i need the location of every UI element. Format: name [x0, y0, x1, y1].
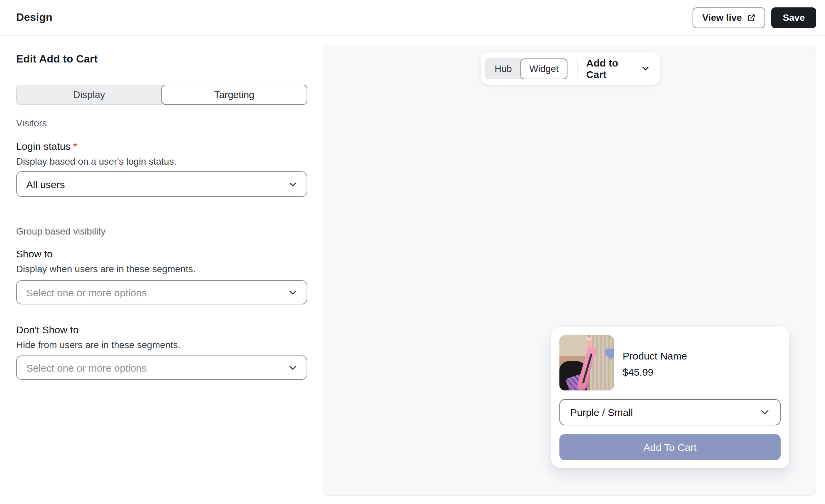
show-to-placeholder: Select one or more options — [26, 287, 147, 298]
chevron-down-icon[interactable] — [641, 65, 650, 73]
chevron-down-icon — [288, 288, 297, 297]
show-to-description: Display when users are in these segments… — [16, 263, 196, 274]
product-image — [559, 335, 614, 390]
preview-toolbar: Hub Widget Add to Cart — [481, 52, 660, 85]
save-label: Save — [783, 12, 805, 23]
visitors-section-label: Visitors — [16, 118, 47, 128]
tab-display[interactable]: Display — [16, 85, 162, 105]
login-status-select[interactable]: All users — [16, 171, 307, 197]
show-to-select[interactable]: Select one or more options — [16, 280, 307, 304]
login-status-label-row: Login status* — [16, 140, 77, 153]
add-to-cart-widget-card: Product Name $45.99 Purple / Small Add T… — [551, 327, 789, 468]
page-title: Design — [16, 11, 52, 24]
product-name: Product Name — [623, 349, 687, 364]
widget-selector-label[interactable]: Add to Cart — [586, 57, 635, 80]
top-bar: Design View live Save — [0, 0, 825, 36]
add-to-cart-button[interactable]: Add To Cart — [559, 434, 781, 460]
dont-show-to-label: Don't Show to — [16, 324, 79, 335]
preview-canvas: Hub Widget Add to Cart Product Name $45.… — [323, 46, 816, 496]
mode-hub-button[interactable]: Hub — [485, 58, 521, 79]
variant-select[interactable]: Purple / Small — [559, 399, 781, 425]
add-to-cart-label: Add To Cart — [643, 442, 697, 453]
dont-show-to-description: Hide from users are in these segments. — [16, 339, 181, 350]
dont-show-to-select[interactable]: Select one or more options — [16, 355, 307, 380]
dont-show-to-placeholder: Select one or more options — [26, 362, 147, 373]
header-actions: View live Save — [693, 7, 816, 28]
login-status-label: Login status — [16, 140, 71, 152]
chevron-down-icon — [288, 363, 297, 372]
toolbar-divider — [577, 58, 578, 79]
login-status-value: All users — [26, 178, 65, 190]
tab-targeting[interactable]: Targeting — [161, 85, 307, 105]
show-to-label: Show to — [16, 248, 52, 259]
product-price: $45.99 — [623, 365, 654, 380]
page: Design View live Save Edit Add to Cart D… — [0, 0, 825, 504]
variant-value: Purple / Small — [570, 407, 633, 418]
external-link-icon — [747, 13, 756, 22]
group-section-label: Group based visibility — [16, 226, 106, 237]
chevron-down-icon — [760, 407, 770, 417]
chevron-down-icon — [288, 180, 297, 188]
save-button[interactable]: Save — [772, 7, 816, 28]
login-status-description: Display based on a user's login status. — [16, 156, 176, 167]
preview-mode-toggle: Hub Widget — [485, 58, 567, 79]
editor-title: Edit Add to Cart — [16, 53, 97, 65]
required-asterisk: * — [73, 140, 77, 152]
view-live-button[interactable]: View live — [693, 7, 765, 28]
editor-tabs: Display Targeting — [16, 85, 307, 105]
mode-widget-button[interactable]: Widget — [520, 58, 567, 79]
view-live-label: View live — [702, 12, 742, 23]
